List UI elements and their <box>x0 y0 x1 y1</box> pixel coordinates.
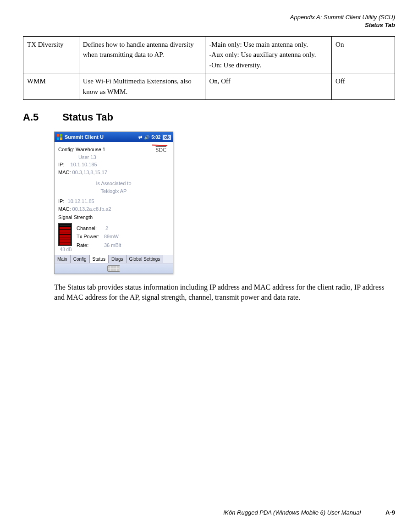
assoc-line2: Teklogix AP <box>58 187 169 195</box>
signal-details: Channel: 2 Tx Power:89mW Rate:36 mBit <box>77 223 169 250</box>
tab-diags[interactable]: Diags <box>109 255 126 263</box>
cell-name: TX Diversity <box>23 36 79 73</box>
sip-bar <box>55 263 173 274</box>
client-mac-value: 00.3,13,8,15,17 <box>72 170 107 175</box>
cell-desc: Use Wi-Fi Multimedia Extensions, also kn… <box>79 73 205 100</box>
sdc-logo: SDC <box>156 147 166 154</box>
signal-heading: Signal Strength <box>58 214 169 221</box>
clock: 5:02 <box>151 135 160 140</box>
svg-rect-0 <box>57 134 59 137</box>
screenshot-body: SDC Config: Warehouse 1 User 13 IP: 10.1… <box>55 142 173 255</box>
cell-options: -Main only: Use main antenna only. -Aux … <box>205 36 332 73</box>
window-title: Summit Client U <box>65 134 138 140</box>
signal-db: -48 dB <box>58 247 72 252</box>
assoc-line1: Is Associated to <box>58 180 169 187</box>
tab-global-settings[interactable]: Global Settings <box>126 255 164 263</box>
ap-ip-value: 10.12.11.85 <box>68 198 94 204</box>
ap-ip-row: IP: 10.12.11.85 <box>58 197 169 205</box>
connectivity-icon[interactable]: ⇄ <box>138 135 142 140</box>
screenshot: Summit Client U ⇄ 🔊 5:02 ok SDC Config: … <box>54 132 173 274</box>
config-label: Config: <box>58 147 74 152</box>
svg-rect-1 <box>60 134 62 137</box>
ok-button[interactable]: ok <box>162 134 171 140</box>
signal-section: -48 dB Channel: 2 Tx Power:89mW Rate:36 … <box>58 223 169 252</box>
table-row: TX Diversity Defines how to handle anten… <box>23 36 395 73</box>
svg-rect-2 <box>57 137 59 140</box>
tab-config[interactable]: Config <box>71 255 90 263</box>
ap-mac-value: 00.13.2a.c8.fb.a2 <box>72 206 111 212</box>
config-user: User 13 <box>58 154 169 161</box>
ap-mac-label: MAC: <box>58 206 71 212</box>
config-row: Config: Warehouse 1 <box>58 146 169 154</box>
channel-label: Channel: <box>77 224 104 233</box>
section-heading: A.5 Status Tab <box>23 111 395 123</box>
signal-meter-icon <box>58 223 72 246</box>
header-appendix: Appendix A: Summit Client Utility (SCU) <box>23 14 395 22</box>
tab-bar: Main Config Status Diags Global Settings <box>55 255 173 263</box>
mac-label: MAC: <box>58 170 71 175</box>
page-footer: iKôn Rugged PDA (Windows Mobile 6) User … <box>23 509 395 516</box>
windows-start-icon[interactable] <box>56 133 63 141</box>
rate-value: 36 mBit <box>104 242 121 248</box>
page-header: Appendix A: Summit Client Utility (SCU) … <box>23 14 395 29</box>
ap-mac-row: MAC: 00.13.2a.c8.fb.a2 <box>58 205 169 213</box>
svg-rect-3 <box>60 137 62 140</box>
header-section: Status Tab <box>23 22 395 29</box>
cell-default: Off <box>332 73 395 100</box>
section-number: A.5 <box>23 111 60 123</box>
signal-meter-wrap: -48 dB <box>58 223 72 252</box>
client-ip-row: IP: 10.1.10.185 <box>58 161 169 169</box>
txpower-value: 89mW <box>104 234 119 239</box>
titlebar: Summit Client U ⇄ 🔊 5:02 ok <box>55 132 173 142</box>
client-ip-value: 10.1.10.185 <box>71 162 97 167</box>
ap-ip-label: IP: <box>58 198 64 204</box>
footer-text: iKôn Rugged PDA (Windows Mobile 6) User … <box>223 509 361 516</box>
txpower-label: Tx Power: <box>77 232 104 241</box>
table-row: WMM Use Wi-Fi Multimedia Extensions, als… <box>23 73 395 100</box>
section-title: Status Tab <box>62 111 113 123</box>
keyboard-icon[interactable] <box>107 265 120 272</box>
tab-main[interactable]: Main <box>55 255 71 263</box>
tab-status[interactable]: Status <box>90 255 109 263</box>
cell-default: On <box>332 36 395 73</box>
cell-options: On, Off <box>205 73 332 100</box>
volume-icon[interactable]: 🔊 <box>144 135 149 140</box>
channel-value: 2 <box>105 225 108 231</box>
client-mac-row: MAC: 00.3,13,8,15,17 <box>58 169 169 176</box>
page-number: A-9 <box>385 509 395 516</box>
body-paragraph: The Status tab provides status informati… <box>54 282 390 303</box>
cell-name: WMM <box>23 73 79 100</box>
cell-desc: Defines how to handle antenna diversity … <box>79 36 205 73</box>
rate-label: Rate: <box>77 241 104 250</box>
params-table: TX Diversity Defines how to handle anten… <box>23 36 395 100</box>
config-value: Warehouse 1 <box>76 147 105 152</box>
ip-label: IP: <box>58 162 64 167</box>
